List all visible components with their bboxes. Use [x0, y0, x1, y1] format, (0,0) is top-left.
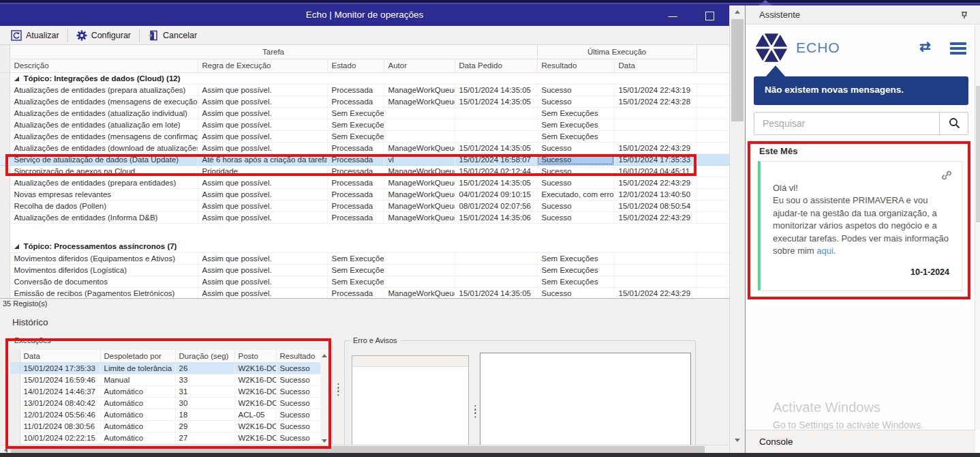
table-cell: Sucesso [537, 95, 614, 107]
table-cell: 04/01/2024 09:10:15 [455, 188, 537, 200]
swap-arrows-icon[interactable]: ⇄ [919, 38, 931, 55]
refresh-button[interactable]: Atualizar [4, 28, 66, 43]
collapse-triangle-icon[interactable] [14, 244, 19, 249]
group-row[interactable]: Tópico: Processamentos assíncronos (7) [0, 241, 729, 252]
activate-windows-watermark-line2: Go to Settings to activate Windows. [773, 419, 923, 430]
assistant-brand-row: ECHO ⇄ [754, 30, 972, 68]
assistant-message: Olá vl! Eu sou o assistente PRIMAVERA e … [773, 182, 949, 258]
table-cell: Atualizações de entidades (prepara atual… [10, 84, 198, 95]
table-row[interactable]: Novas empresas relevantesAssim que possí… [0, 188, 729, 200]
vertical-scrollbar[interactable] [729, 5, 744, 453]
table-cell: 15/01/2024 14:35:05 [455, 177, 537, 188]
maximize-button[interactable] [705, 12, 714, 20]
column-header[interactable]: Data Pedido [455, 59, 537, 72]
table-row[interactable]: Atualizações de entidades (download de a… [0, 142, 729, 153]
column-header[interactable]: Autor [384, 59, 455, 72]
table-row[interactable]: Atualizações de entidades (mensagens de … [0, 130, 729, 142]
splitter-handle[interactable]: ⋮⋮ [470, 407, 477, 415]
menu-icon[interactable] [950, 42, 966, 57]
activate-windows-watermark: Activate Windows [773, 400, 881, 415]
table-cell: 15/01/2024 14:35:05 [455, 142, 537, 153]
cancel-button[interactable]: Cancelar [141, 28, 204, 43]
column-header[interactable]: Regra de Execução [198, 59, 327, 72]
table-cell: 10/01/2024 02:22:15 [20, 432, 100, 443]
console-bar[interactable]: Console [746, 430, 975, 454]
execution-row[interactable]: 11/01/2024 08:30:56Automático29W2K16-DCS… [10, 420, 328, 432]
collapse-triangle-icon[interactable] [14, 76, 19, 81]
table-cell: Serviço de atualização de dados (Data Up… [10, 153, 198, 165]
column-header[interactable]: Despoletado por [100, 350, 175, 362]
table-row[interactable]: Atualizações de entidades (prepara entid… [0, 177, 729, 188]
column-header[interactable]: Data [20, 350, 100, 362]
group-row[interactable]: Tópico: Integrações de dados (Cloud) (12… [0, 72, 729, 84]
table-cell: W2K16-DC [234, 385, 276, 397]
execution-row[interactable]: 12/01/2024 05:56:46Automático18ACL-05Suc… [10, 409, 328, 420]
task-table: TarefaÚltima ExecuçãoDescriçãoRegra de E… [0, 45, 729, 298]
search-button[interactable] [939, 113, 968, 134]
table-cell: Processada [327, 287, 384, 298]
table-cell [384, 252, 455, 264]
vertical-scroll-thumb[interactable] [731, 19, 744, 121]
error-detail-panel[interactable] [480, 353, 691, 448]
table-cell: 15/01/2024 22:43:29 [614, 287, 696, 298]
table-cell: Movimentos diferidos (Equipamentos e Ati… [10, 252, 198, 264]
minimize-button[interactable]: — [667, 11, 678, 21]
table-cell: Atualizações de entidades (mensagens de … [10, 95, 198, 107]
execution-row[interactable]: 14/01/2024 14:46:37Automático31W2K16-DCS… [10, 385, 328, 397]
table-cell [384, 119, 455, 130]
table-row[interactable]: Atualizações de entidades (mensagens de … [0, 95, 729, 107]
table-row[interactable]: Atualizações de entidades (prepara atual… [0, 84, 729, 95]
table-row[interactable]: Serviço de atualização de dados (Data Up… [0, 153, 729, 165]
table-row[interactable]: Movimentos diferidos (Logística)Assim qu… [0, 264, 729, 276]
execution-row[interactable]: 10/01/2024 02:22:15Automático27W2K16-DCS… [10, 432, 328, 443]
task-grid: TarefaÚltima ExecuçãoDescriçãoRegra de E… [0, 45, 729, 298]
executions-scrollbar[interactable] [320, 351, 328, 445]
splitter-handle[interactable]: ⋮⋮ [333, 385, 340, 394]
table-cell: Sucesso [537, 142, 614, 153]
table-row[interactable]: Atualizações de entidades (atualização e… [0, 119, 729, 130]
table-cell: ManageWorkQueue [384, 211, 455, 223]
table-row[interactable]: Atualizações de entidades (Informa D&B)A… [0, 211, 729, 223]
execution-row[interactable]: 15/01/2024 17:35:33Limite de tolerância2… [10, 362, 328, 374]
table-row[interactable]: Recolha de dados (Pollen)Assim que possí… [0, 200, 729, 211]
section-title: Este Mês [759, 146, 797, 156]
table-cell: 15/01/2024 22:43:19 [614, 84, 696, 95]
table-cell: 15/01/2024 22:43:28 [614, 95, 696, 107]
execution-row[interactable]: 15/01/2024 16:59:46Manual33W2K16-DCSuces… [10, 374, 328, 385]
main-window: Echo | Monitor de operações — Atualizar … [0, 5, 729, 454]
table-cell: 30 [175, 397, 234, 409]
search-input[interactable] [754, 113, 938, 134]
table-row[interactable]: Atualizações de entidades (atualização i… [0, 107, 729, 119]
toolbar: Atualizar Configurar Cancelar [0, 26, 729, 45]
table-cell: Sucesso [537, 211, 614, 223]
table-cell: W2K16-DC [234, 420, 276, 432]
table-cell: Sucesso [537, 165, 614, 177]
column-header[interactable]: Duração (seg) [175, 350, 234, 362]
assistant-scrollbar[interactable] [975, 25, 980, 430]
table-cell [614, 276, 696, 287]
table-cell: 29 [175, 420, 234, 432]
table-cell: Sem Execuções [537, 264, 614, 276]
table-cell: Processada [327, 153, 384, 165]
execution-row[interactable]: 13/01/2024 08:40:42Automático30W2K16-DCS… [10, 397, 328, 409]
table-cell: 31 [175, 385, 234, 397]
link-icon[interactable] [941, 170, 952, 183]
table-row[interactable]: Emissão de recibos (Pagamentos Eletrónic… [0, 287, 729, 298]
table-cell: Assim que possível. [198, 211, 327, 223]
column-header[interactable]: Estado [327, 59, 384, 72]
column-header[interactable]: Descrição [10, 59, 198, 72]
table-cell: Sem Execuções [327, 276, 384, 287]
column-header[interactable]: Posto [234, 350, 276, 362]
assistant-scroll-thumb[interactable] [976, 86, 980, 222]
configure-button[interactable]: Configurar [70, 28, 138, 43]
column-header[interactable]: Data [614, 59, 696, 72]
table-row[interactable]: Movimentos diferidos (Equipamentos e Ati… [0, 252, 729, 264]
more-info-link[interactable]: aqui [816, 246, 833, 256]
record-count-statusbar: 35 Registo(s) [0, 298, 729, 309]
column-header[interactable]: Resultado [537, 59, 614, 72]
table-cell [614, 119, 696, 130]
errors-list-panel[interactable] [352, 355, 469, 447]
table-row[interactable]: Sincronização de anexos na CloudPriorida… [0, 165, 729, 177]
pin-icon[interactable] [960, 10, 969, 20]
table-row[interactable]: Conversão de documentosAssim que possíve… [0, 276, 729, 287]
